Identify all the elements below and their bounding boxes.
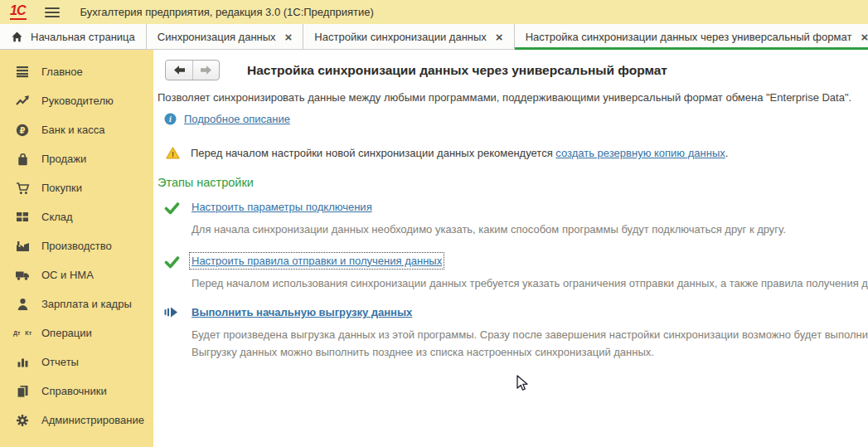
forward-button[interactable] — [192, 61, 219, 80]
info-icon: i — [164, 113, 177, 125]
detailed-description-link[interactable]: Подробное описание — [184, 113, 290, 125]
tab-bar: Начальная страница Синхронизация данных … — [0, 24, 868, 50]
tab-label: Синхронизация данных — [158, 31, 276, 43]
next-step-icon — [164, 306, 181, 359]
configure-connection-link[interactable]: Настроить параметры подключения — [192, 201, 372, 213]
tab-sync-settings[interactable]: Настройки синхронизации данных × — [303, 24, 514, 49]
trend-up-icon — [15, 94, 30, 108]
step-description: Будет произведена выгрузка данных из это… — [192, 328, 868, 343]
sidebar-item-manager[interactable]: Руководителю — [0, 86, 153, 115]
tab-label: Настройки синхронизации данных — [314, 31, 487, 43]
1c-logo-text: 1С — [10, 4, 27, 20]
section-sidebar: Главное Руководителю ₽ Банк и касса Прод… — [0, 50, 153, 447]
sidebar-item-label: Администрирование — [41, 414, 144, 426]
boxes-grid-icon — [15, 210, 30, 224]
dt-kt-icon: Дт Кт — [15, 326, 30, 340]
sidebar-item-reports[interactable]: Отчеты — [0, 347, 153, 377]
ruble-circle-icon: ₽ — [15, 123, 30, 137]
warning-icon: ! — [166, 147, 180, 159]
sidebar-item-purchases[interactable]: Покупки — [0, 173, 153, 202]
close-tab-icon[interactable]: × — [496, 31, 503, 43]
sidebar-item-label: Справочники — [41, 385, 107, 397]
warning-text-after: . — [725, 147, 729, 159]
sidebar-item-sales[interactable]: Продажи — [0, 144, 153, 173]
sidebar-item-label: Операции — [41, 327, 92, 339]
step-initial-upload: Выполнить начальную выгрузку данных Буде… — [164, 306, 868, 359]
app-window: 1С Бухгалтерия предприятия, редакция 3.0… — [0, 0, 868, 447]
1c-logo-icon: 1С — [10, 4, 27, 20]
sidebar-item-production[interactable]: Производство — [0, 231, 153, 260]
warning-text-before: Перед началом настройки новой синхрониза… — [191, 147, 553, 159]
step-send-receive-rules: Настроить правила отправки и получения д… — [164, 255, 868, 291]
configure-rules-link[interactable]: Настроить правила отправки и получения д… — [192, 255, 442, 267]
sidebar-item-label: Зарплата и кадры — [41, 298, 132, 310]
sidebar-item-label: Отчеты — [41, 356, 79, 368]
dt-label: Дт — [13, 330, 20, 336]
sidebar-item-fixed-assets[interactable]: ОС и НМА — [0, 260, 153, 289]
tab-home[interactable]: Начальная страница — [0, 24, 147, 49]
check-icon — [164, 201, 181, 237]
step-description: Выгрузку данных можно выполнить позднее … — [192, 345, 868, 360]
truck-icon — [15, 268, 30, 282]
home-icon — [11, 31, 23, 43]
factory-icon — [15, 239, 30, 253]
sidebar-item-label: ОС и НМА — [41, 269, 94, 281]
tab-label: Настройка синхронизации данных через уни… — [526, 31, 852, 43]
tab-label: Начальная страница — [31, 31, 135, 43]
tab-universal-format-setup[interactable]: Настройка синхронизации данных через уни… — [515, 24, 868, 49]
sidebar-item-warehouse[interactable]: Склад — [0, 202, 153, 231]
close-tab-icon[interactable]: × — [861, 31, 868, 43]
sidebar-item-label: Продажи — [41, 153, 86, 165]
gear-icon — [15, 413, 30, 427]
kt-label: Кт — [25, 330, 32, 336]
page-title: Настройка синхронизации данных через уни… — [247, 63, 667, 78]
sidebar-item-label: Производство — [41, 240, 112, 252]
bar-chart-icon — [15, 355, 30, 369]
sidebar-item-operations[interactable]: Дт Кт Операции — [0, 318, 153, 347]
shopping-bag-icon — [15, 152, 30, 166]
window-title: Бухгалтерия предприятия, редакция 3.0 (1… — [80, 6, 373, 18]
step-description: Перед началом использования синхронизаци… — [192, 276, 868, 291]
step-description: Для начала синхронизации данных необходи… — [192, 222, 786, 237]
sidebar-item-payroll-hr[interactable]: Зарплата и кадры — [0, 289, 153, 318]
backup-link[interactable]: создать резервную копию данных — [555, 147, 725, 159]
title-bar: 1С Бухгалтерия предприятия, редакция 3.0… — [0, 0, 868, 24]
sidebar-item-bank-cash[interactable]: ₽ Банк и касса — [0, 115, 153, 144]
person-icon — [15, 297, 30, 311]
svg-text:₽: ₽ — [20, 125, 26, 134]
sidebar-item-administration[interactable]: Администрирование — [0, 406, 153, 435]
sidebar-item-directories[interactable]: Справочники — [0, 377, 153, 406]
shopping-cart-icon — [15, 181, 30, 195]
initial-upload-link[interactable]: Выполнить начальную выгрузку данных — [192, 306, 412, 318]
check-icon — [164, 255, 181, 291]
sidebar-item-main[interactable]: Главное — [0, 57, 153, 86]
menu-lines-icon — [15, 65, 30, 79]
sidebar-item-label: Покупки — [41, 182, 82, 194]
books-icon — [15, 384, 30, 398]
sidebar-item-label: Склад — [41, 211, 73, 223]
main-menu-icon[interactable] — [45, 7, 60, 17]
sidebar-item-label: Банк и касса — [41, 124, 105, 136]
history-nav — [165, 60, 220, 80]
back-button[interactable] — [166, 61, 192, 80]
sidebar-item-label: Главное — [41, 66, 83, 78]
sidebar-item-label: Руководителю — [41, 95, 114, 107]
svg-text:!: ! — [172, 150, 174, 158]
warning-text: Перед началом настройки новой синхрониза… — [191, 147, 728, 159]
steps-heading: Этапы настройки — [158, 176, 868, 189]
intro-text: Позволяет синхронизировать данные между … — [158, 91, 868, 104]
main-content: Настройка синхронизации данных через уни… — [153, 50, 868, 447]
step-connection-params: Настроить параметры подключения Для нача… — [164, 201, 868, 237]
close-tab-icon[interactable]: × — [285, 31, 293, 43]
svg-text:i: i — [169, 114, 172, 124]
tab-sync-data[interactable]: Синхронизация данных × — [147, 24, 304, 49]
